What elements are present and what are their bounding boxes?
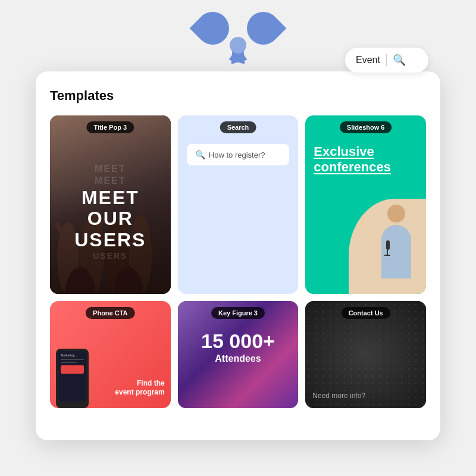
meet-main-3: USERS — [74, 230, 146, 250]
bow-decoration — [196, 0, 280, 54]
meet-echo-1: USERS — [74, 250, 146, 261]
card-title-pop[interactable]: MEET MEET MEET OUR USERS USERS USERS Tit… — [50, 115, 171, 294]
slide-title-line2: conferences — [314, 159, 418, 175]
floating-search-bar[interactable]: Event 🔍 — [345, 48, 428, 73]
bow-right-wing — [240, 5, 287, 52]
phone-cta-text: Find the event program — [115, 379, 164, 397]
slideshow-badge: Slideshow 6 — [340, 121, 392, 133]
card-key-figure[interactable]: Key Figure 3 15 000+ Attendees — [178, 301, 299, 408]
templates-grid: MEET MEET MEET OUR USERS USERS USERS Tit… — [50, 115, 426, 408]
key-figure-label: Attendees — [178, 353, 299, 364]
cta-line1: Find the — [115, 379, 164, 389]
search-query-text: How to register? — [209, 151, 265, 159]
phone-screen-label: Marketing — [61, 353, 84, 357]
search-icon[interactable]: 🔍 — [393, 54, 406, 67]
search-bar-label: Event — [356, 55, 380, 65]
contact-badge: Contact Us — [342, 307, 390, 319]
phone-mock: Marketing — [56, 349, 89, 408]
bow-center-knot — [230, 37, 246, 54]
bow-left-wing — [190, 5, 236, 52]
card-search[interactable]: Search 🔍 How to register? — [178, 115, 299, 294]
phone-screen: Marketing — [58, 351, 86, 402]
meet-echo-2: USERS — [74, 261, 146, 271]
meet-main-1: MEET — [74, 187, 146, 208]
svg-rect-9 — [386, 240, 390, 250]
speaker-silhouette — [372, 205, 420, 294]
phone-cta-badge: Phone CTA — [86, 307, 134, 319]
contact-bottom-text: Need more info? — [312, 389, 419, 400]
main-card: Templates — [36, 71, 440, 440]
mock-search-icon: 🔍 — [195, 150, 205, 159]
key-figure-badge: Key Figure 3 — [211, 307, 265, 319]
meet-ghost-1: MEET — [74, 163, 146, 176]
card-contact[interactable]: Contact Us Need more info? — [305, 301, 426, 408]
cta-line2: event program — [115, 388, 164, 397]
search-badge: Search — [220, 121, 256, 133]
page-title: Templates — [50, 88, 426, 104]
contact-subtitle: Need more info? — [312, 392, 419, 400]
meet-ghost-2: MEET — [74, 175, 146, 187]
card-slideshow[interactable]: Slideshow 6 Exclusive conferences — [305, 115, 426, 294]
search-input-mock: 🔍 How to register? — [187, 144, 289, 165]
meet-text-stack: MEET MEET MEET OUR USERS USERS USERS — [74, 163, 146, 271]
meet-main-2: OUR — [74, 208, 146, 229]
title-pop-badge: Title Pop 3 — [87, 121, 134, 133]
card-phone-cta[interactable]: Phone CTA Marketing Find the event progr… — [50, 301, 171, 408]
title-pop-bg: MEET MEET MEET OUR USERS USERS USERS — [50, 115, 171, 294]
search-bar-divider — [386, 54, 387, 66]
outer-wrapper: Event 🔍 Templates — [36, 36, 440, 440]
slide-title-line1: Exclusive — [314, 144, 418, 159]
person-head — [387, 205, 405, 223]
